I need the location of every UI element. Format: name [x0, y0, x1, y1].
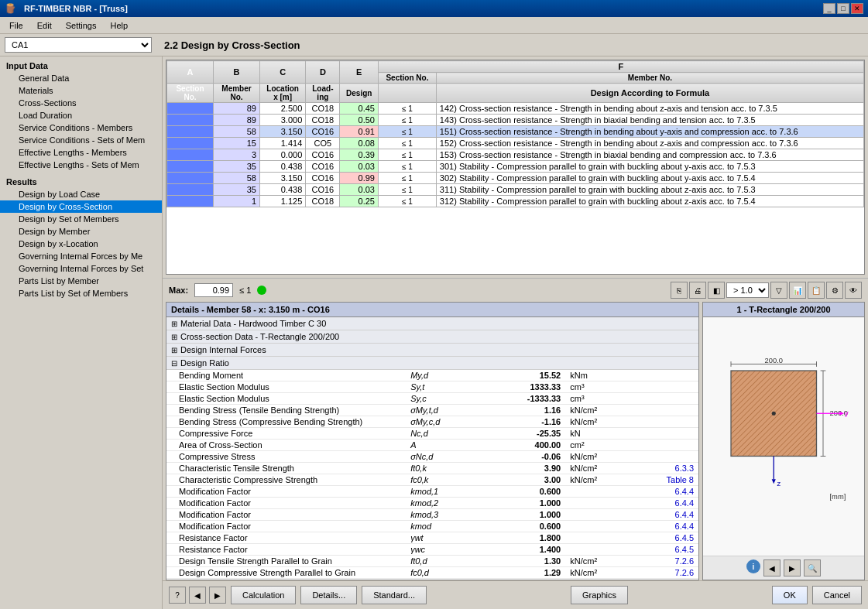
chart-icon-btn[interactable]: 📊: [789, 282, 806, 299]
z-axis-arrow: [772, 479, 776, 484]
detail-row: Bending Moment My,d 15.52 kNm: [166, 370, 698, 381]
detail-symbol-cell: σNc,d: [406, 451, 485, 463]
info-button[interactable]: i: [746, 559, 760, 573]
standard-button[interactable]: Standard...: [362, 586, 427, 604]
max-value-input[interactable]: [194, 283, 233, 297]
detail-unit-cell: kN/cm²: [565, 567, 619, 579]
sidebar-item-effective-lengths-members[interactable]: Effective Lengths - Members: [0, 146, 162, 159]
detail-value-cell: 1.400: [485, 544, 565, 556]
detail-label-cell: Modification Factor: [166, 498, 406, 509]
menu-file[interactable]: File: [3, 19, 29, 32]
bottom-bar: ? ◀ ▶ Calculation Details... Standard...…: [163, 580, 868, 609]
expand-icon-material: ⊞: [171, 320, 177, 328]
sidebar-item-parts-list-member[interactable]: Parts List by Member: [0, 275, 162, 287]
case-dropdown[interactable]: CA1: [5, 37, 152, 53]
design-ratio-label: Design Ratio: [180, 358, 229, 368]
detail-row: Bending Stress (Tensile Bending Strength…: [166, 405, 698, 416]
next-page-btn[interactable]: ▶: [209, 587, 226, 604]
app-title: RF-TIMBER NBR - [Truss]: [24, 4, 128, 13]
cell-formula: 312) Stability - Compression parallel to…: [436, 196, 863, 207]
sidebar-item-design-x-location[interactable]: Design by x-Location: [0, 238, 162, 250]
help-icon-btn[interactable]: ?: [169, 587, 186, 604]
graphics-button[interactable]: Graphics: [571, 586, 628, 604]
sidebar-item-governing-forces-set[interactable]: Governing Internal Forces by Set: [0, 262, 162, 275]
filter-icon-btn[interactable]: ▽: [770, 282, 787, 299]
prev-page-btn[interactable]: ◀: [189, 587, 206, 604]
menu-edit[interactable]: Edit: [31, 19, 58, 32]
ok-button[interactable]: OK: [772, 586, 808, 604]
close-button[interactable]: ✕: [851, 3, 863, 14]
sidebar-item-cross-sections[interactable]: Cross-Sections: [0, 97, 162, 109]
cell-member: 35: [214, 161, 260, 173]
detail-symbol-cell: Sy,t: [406, 381, 485, 393]
sidebar-item-design-set-members[interactable]: Design by Set of Members: [0, 213, 162, 225]
cell-leq: ≤ 1: [378, 103, 436, 115]
sidebar-item-effective-lengths-sets[interactable]: Effective Lengths - Sets of Mem: [0, 159, 162, 171]
cs-back-btn[interactable]: ◀: [763, 559, 781, 576]
cs-zoom-btn[interactable]: 🔍: [804, 559, 821, 576]
sidebar-item-load-duration[interactable]: Load Duration: [0, 109, 162, 121]
sidebar-item-service-conditions-sets[interactable]: Service Conditions - Sets of Mem: [0, 134, 162, 146]
detail-label-cell: Resistance Factor: [166, 532, 406, 544]
detail-unit-cell: cm³: [565, 381, 619, 393]
menu-help[interactable]: Help: [104, 19, 134, 32]
details-panel: Details - Member 58 - x: 3.150 m - CO16 …: [166, 302, 699, 580]
detail-row: Elastic Section Modulus Sy,c -1333.33 cm…: [166, 393, 698, 405]
sidebar-item-parts-list-sets[interactable]: Parts List by Set of Members: [0, 287, 162, 299]
details-button[interactable]: Details...: [300, 586, 357, 604]
cell-leq: ≤ 1: [378, 126, 436, 138]
sidebar-item-governing-forces-member[interactable]: Governing Internal Forces by Me: [0, 250, 162, 262]
print-icon-btn[interactable]: 🖨: [689, 282, 706, 299]
view-icon-btn[interactable]: ◧: [708, 282, 725, 299]
cross-section-data-expand[interactable]: ⊞ Cross-section Data - T-Rectangle 200/2…: [166, 330, 698, 344]
material-data-expand[interactable]: ⊞ Material Data - Hardwood Timber C 30: [166, 317, 698, 330]
sidebar-item-general-data[interactable]: General Data: [0, 72, 162, 84]
detail-unit-cell: kN/cm²: [565, 416, 619, 428]
detail-ref-cell: [619, 451, 698, 463]
input-section-title: Input Data: [0, 60, 162, 72]
sidebar-item-materials[interactable]: Materials: [0, 84, 162, 97]
detail-row: Compressive Force Nc,d -25.35 kN: [166, 428, 698, 440]
copy-icon-btn[interactable]: ⎘: [671, 282, 688, 299]
expand-icon-cs: ⊞: [171, 333, 177, 341]
expand-icon-ratio: ⊟: [171, 359, 177, 368]
internal-forces-expand[interactable]: ⊞ Design Internal Forces: [166, 344, 698, 357]
cell-member: 58: [214, 126, 260, 138]
detail-value-cell: -1.16: [485, 416, 565, 428]
cs-forward-btn[interactable]: ▶: [784, 559, 801, 576]
cell-member: 35: [214, 184, 260, 196]
detail-label-cell: Elastic Section Modulus: [166, 393, 406, 405]
detail-ref-cell: 6.4.5: [619, 532, 698, 544]
detail-label-cell: Bending Stress (Tensile Bending Strength…: [166, 405, 406, 416]
detail-unit-cell: [565, 498, 619, 509]
detail-label-cell: Modification Factor: [166, 509, 406, 521]
cell-section: [167, 103, 214, 115]
settings-icon-btn[interactable]: ⚙: [826, 282, 843, 299]
sidebar-item-service-conditions-members[interactable]: Service Conditions - Members: [0, 121, 162, 134]
results-section-title: Results: [0, 176, 162, 188]
cell-section: [167, 115, 214, 126]
cancel-button[interactable]: Cancel: [812, 586, 862, 604]
detail-symbol-cell: Sy,c: [406, 393, 485, 405]
detail-label-cell: Modification Factor: [166, 486, 406, 498]
minimize-button[interactable]: _: [823, 3, 835, 14]
status-dot: [257, 286, 266, 295]
detail-ref-cell: [619, 405, 698, 416]
calculation-button[interactable]: Calculation: [231, 586, 296, 604]
sidebar-item-design-cross-section[interactable]: Design by Cross-Section: [0, 200, 162, 213]
excel-icon-btn[interactable]: 📋: [808, 282, 825, 299]
cell-formula: 152) Cross-section resistance - Strength…: [436, 138, 863, 149]
design-ratio-header[interactable]: ⊟ Design Ratio: [166, 357, 698, 370]
unit-label: [mm]: [830, 493, 846, 501]
eye-icon-btn[interactable]: 👁: [845, 282, 862, 299]
sidebar-item-design-member[interactable]: Design by Member: [0, 225, 162, 238]
subheader-location: Locationx [m]: [260, 84, 306, 103]
cell-loading: CO16: [306, 173, 340, 184]
menu-settings[interactable]: Settings: [60, 19, 103, 32]
filter-dropdown[interactable]: > 1.0 All: [726, 282, 769, 298]
maximize-button[interactable]: □: [837, 3, 849, 14]
detail-label-cell: Design Tensile Strength Parallel to Grai…: [166, 556, 406, 567]
detail-ref-cell: 6.4.4: [619, 521, 698, 532]
cell-design: 0.03: [340, 184, 379, 196]
sidebar-item-design-load-case[interactable]: Design by Load Case: [0, 188, 162, 200]
